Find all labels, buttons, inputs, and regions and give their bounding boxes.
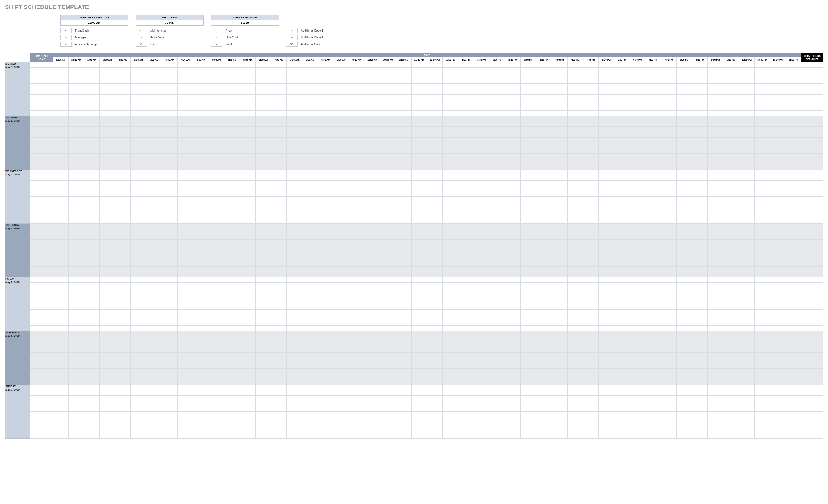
- time-slot-cell[interactable]: [365, 261, 380, 266]
- time-slot-cell[interactable]: [754, 395, 770, 401]
- time-slot-cell[interactable]: [443, 277, 458, 283]
- time-slot-cell[interactable]: [147, 406, 162, 412]
- time-slot-cell[interactable]: [162, 100, 177, 105]
- time-slot-cell[interactable]: [786, 111, 801, 116]
- time-slot-cell[interactable]: [396, 148, 411, 154]
- time-slot-cell[interactable]: [318, 401, 333, 406]
- time-slot-cell[interactable]: [708, 105, 723, 111]
- time-slot-cell[interactable]: [256, 207, 271, 213]
- time-slot-cell[interactable]: [349, 272, 365, 277]
- time-slot-cell[interactable]: [692, 395, 708, 401]
- time-slot-cell[interactable]: [692, 240, 708, 245]
- time-slot-cell[interactable]: [443, 331, 458, 336]
- time-slot-cell[interactable]: [193, 111, 209, 116]
- time-slot-cell[interactable]: [224, 315, 240, 320]
- time-slot-cell[interactable]: [411, 277, 427, 283]
- time-slot-cell[interactable]: [84, 369, 100, 374]
- employee-cell[interactable]: [30, 159, 53, 164]
- time-slot-cell[interactable]: [131, 422, 147, 428]
- time-slot-cell[interactable]: [521, 304, 536, 309]
- time-slot-cell[interactable]: [427, 406, 443, 412]
- time-slot-cell[interactable]: [474, 89, 489, 94]
- time-slot-cell[interactable]: [256, 347, 271, 352]
- time-slot-cell[interactable]: [100, 121, 115, 127]
- time-slot-cell[interactable]: [302, 78, 318, 84]
- time-slot-cell[interactable]: [676, 100, 692, 105]
- time-slot-cell[interactable]: [318, 84, 333, 89]
- time-slot-cell[interactable]: [505, 191, 521, 197]
- time-slot-cell[interactable]: [739, 358, 754, 363]
- employee-cell[interactable]: [30, 326, 53, 331]
- time-slot-cell[interactable]: [209, 390, 224, 395]
- time-slot-cell[interactable]: [53, 293, 69, 299]
- time-slot-cell[interactable]: [240, 315, 255, 320]
- time-slot-cell[interactable]: [645, 218, 661, 223]
- time-slot-cell[interactable]: [786, 272, 801, 277]
- time-slot-cell[interactable]: [536, 336, 552, 342]
- time-slot-cell[interactable]: [521, 288, 536, 293]
- time-slot-cell[interactable]: [69, 369, 84, 374]
- time-slot-cell[interactable]: [739, 121, 754, 127]
- time-slot-cell[interactable]: [427, 417, 443, 422]
- time-slot-cell[interactable]: [645, 283, 661, 288]
- time-slot-cell[interactable]: [53, 207, 69, 213]
- time-slot-cell[interactable]: [754, 417, 770, 422]
- time-slot-cell[interactable]: [53, 148, 69, 154]
- time-slot-cell[interactable]: [770, 428, 786, 433]
- time-slot-cell[interactable]: [505, 352, 521, 358]
- time-slot-cell[interactable]: [162, 132, 177, 137]
- time-slot-cell[interactable]: [349, 229, 365, 234]
- time-slot-cell[interactable]: [786, 363, 801, 369]
- time-slot-cell[interactable]: [489, 240, 505, 245]
- time-slot-cell[interactable]: [645, 293, 661, 299]
- time-slot-cell[interactable]: [53, 336, 69, 342]
- time-slot-cell[interactable]: [629, 111, 645, 116]
- time-slot-cell[interactable]: [365, 218, 380, 223]
- time-slot-cell[interactable]: [177, 315, 193, 320]
- legend-code[interactable]: A: [60, 42, 72, 47]
- time-slot-cell[interactable]: [333, 197, 349, 202]
- time-slot-cell[interactable]: [443, 197, 458, 202]
- time-slot-cell[interactable]: [53, 422, 69, 428]
- time-slot-cell[interactable]: [723, 261, 739, 266]
- time-slot-cell[interactable]: [567, 288, 583, 293]
- time-slot-cell[interactable]: [256, 315, 271, 320]
- time-slot-cell[interactable]: [786, 154, 801, 159]
- time-slot-cell[interactable]: [598, 266, 614, 272]
- employee-cell[interactable]: [30, 121, 53, 127]
- time-slot-cell[interactable]: [521, 320, 536, 326]
- time-slot-cell[interactable]: [614, 304, 629, 309]
- time-slot-cell[interactable]: [411, 379, 427, 385]
- time-slot-cell[interactable]: [333, 315, 349, 320]
- time-slot-cell[interactable]: [598, 191, 614, 197]
- time-slot-cell[interactable]: [786, 256, 801, 261]
- time-slot-cell[interactable]: [427, 186, 443, 191]
- time-slot-cell[interactable]: [271, 326, 287, 331]
- time-slot-cell[interactable]: [177, 374, 193, 379]
- time-slot-cell[interactable]: [676, 352, 692, 358]
- time-slot-cell[interactable]: [661, 132, 676, 137]
- employee-cell[interactable]: [30, 137, 53, 143]
- time-slot-cell[interactable]: [69, 433, 84, 438]
- time-slot-cell[interactable]: [411, 299, 427, 304]
- time-slot-cell[interactable]: [754, 218, 770, 223]
- time-slot-cell[interactable]: [209, 159, 224, 164]
- time-slot-cell[interactable]: [53, 320, 69, 326]
- employee-cell[interactable]: [30, 223, 53, 229]
- time-slot-cell[interactable]: [443, 170, 458, 175]
- time-slot-cell[interactable]: [318, 89, 333, 94]
- time-slot-cell[interactable]: [318, 186, 333, 191]
- time-slot-cell[interactable]: [349, 256, 365, 261]
- time-slot-cell[interactable]: [100, 240, 115, 245]
- time-slot-cell[interactable]: [115, 293, 131, 299]
- time-slot-cell[interactable]: [396, 207, 411, 213]
- time-slot-cell[interactable]: [287, 68, 302, 73]
- time-slot-cell[interactable]: [770, 412, 786, 417]
- time-slot-cell[interactable]: [629, 390, 645, 395]
- time-slot-cell[interactable]: [302, 379, 318, 385]
- time-slot-cell[interactable]: [69, 315, 84, 320]
- time-slot-cell[interactable]: [147, 428, 162, 433]
- time-slot-cell[interactable]: [287, 170, 302, 175]
- time-slot-cell[interactable]: [661, 342, 676, 347]
- time-slot-cell[interactable]: [84, 352, 100, 358]
